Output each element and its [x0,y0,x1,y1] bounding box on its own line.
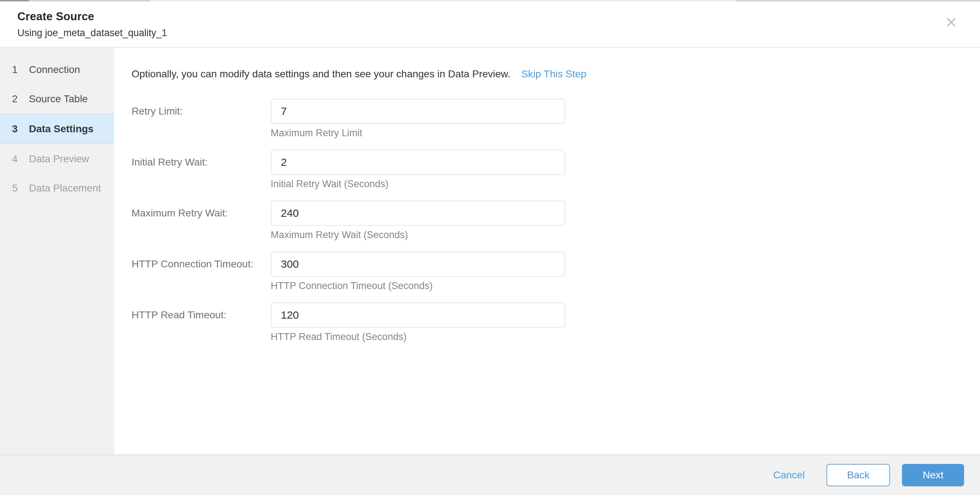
http-read-timeout-input[interactable] [270,302,565,328]
step-label: Source Table [29,93,88,105]
step-item-connection[interactable]: 1 Connection [0,55,114,84]
step-number: 2 [10,93,20,105]
field-label: HTTP Read Timeout: [132,302,270,343]
step-label: Connection [29,64,80,75]
initial-retry-wait-input[interactable] [270,150,565,175]
field-row-maximum-retry-wait: Maximum Retry Wait: Maximum Retry Wait (… [132,201,980,241]
field-label: Retry Limit: [132,99,270,139]
field-helper-text: Maximum Retry Wait (Seconds) [270,229,565,241]
step-number: 3 [10,123,20,135]
intro-row: Optionally, you can modify data settings… [132,68,980,80]
dialog-subtitle: Using joe_meta_dataset_quality_1 [18,27,980,39]
step-label: Data Preview [29,153,89,165]
dialog-footer: Cancel Back Next [0,455,980,495]
wizard-steps-sidebar: 1 Connection 2 Source Table 3 Data Setti… [0,48,114,455]
field-label: HTTP Connection Timeout: [132,251,270,292]
field-row-initial-retry-wait: Initial Retry Wait: Initial Retry Wait (… [132,150,980,190]
step-number: 5 [10,183,20,194]
cancel-button[interactable]: Cancel [773,470,805,481]
intro-text: Optionally, you can modify data settings… [132,68,511,80]
step-item-data-preview[interactable]: 4 Data Preview [0,144,114,173]
data-settings-panel: Optionally, you can modify data settings… [114,48,980,455]
skip-this-step-link[interactable]: Skip This Step [522,68,587,80]
field-label: Initial Retry Wait: [132,150,270,190]
retry-limit-input[interactable] [270,99,565,124]
field-helper-text: Initial Retry Wait (Seconds) [270,178,565,190]
field-row-http-read-timeout: HTTP Read Timeout: HTTP Read Timeout (Se… [132,302,980,343]
dialog-header: Create Source Using joe_meta_dataset_qua… [0,2,980,48]
step-label: Data Placement [29,183,101,194]
step-number: 1 [10,64,20,75]
field-helper-text: Maximum Retry Limit [270,127,565,139]
field-helper-text: HTTP Read Timeout (Seconds) [270,331,565,343]
dialog-body: 1 Connection 2 Source Table 3 Data Setti… [0,48,980,455]
step-label: Data Settings [29,123,94,135]
step-item-data-placement[interactable]: 5 Data Placement [0,173,114,203]
back-button[interactable]: Back [826,464,890,486]
close-icon[interactable]: ✕ [941,12,961,32]
field-row-retry-limit: Retry Limit: Maximum Retry Limit [132,99,980,139]
step-item-data-settings[interactable]: 3 Data Settings [0,113,114,144]
http-connection-timeout-input[interactable] [270,251,565,277]
field-row-http-connection-timeout: HTTP Connection Timeout: HTTP Connection… [132,251,980,292]
step-item-source-table[interactable]: 2 Source Table [0,84,114,113]
maximum-retry-wait-input[interactable] [270,201,565,226]
field-helper-text: HTTP Connection Timeout (Seconds) [270,280,565,292]
dialog-title: Create Source [18,10,980,23]
step-number: 4 [10,153,20,165]
field-label: Maximum Retry Wait: [132,201,270,241]
next-button[interactable]: Next [902,464,964,486]
